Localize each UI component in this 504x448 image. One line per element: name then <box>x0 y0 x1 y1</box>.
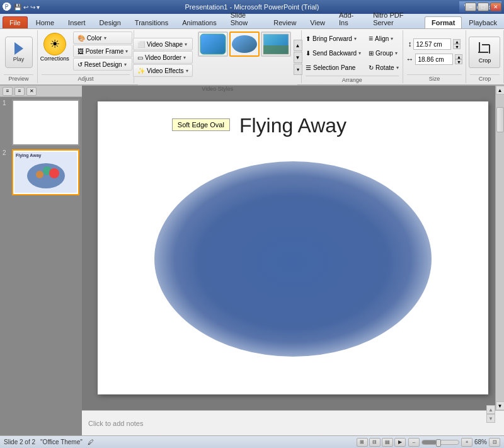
slide-thumb-2[interactable]: Flying Away <box>12 149 79 195</box>
arrange-group-label: Arrange <box>306 76 399 83</box>
maximize-button[interactable]: □ <box>478 3 489 11</box>
video-shape-button[interactable]: ⬜ Video Shape ▾ <box>133 38 193 50</box>
align-button[interactable]: ≡ Align ▾ <box>365 32 401 45</box>
height-input[interactable] <box>413 38 451 50</box>
window-controls[interactable]: – □ ✕ <box>465 3 501 11</box>
canvas-area: Flying Away <box>82 86 504 435</box>
tab-addins[interactable]: Add-Ins <box>332 9 366 28</box>
tab-design[interactable]: Design <box>93 16 128 28</box>
height-up[interactable]: ▲ <box>453 39 461 44</box>
send-backward-button[interactable]: ⬇ Send Backward ▾ <box>302 46 364 60</box>
ribbon-tab-bar: File Home Insert Design Transitions Anim… <box>0 14 504 29</box>
height-spinner[interactable]: ▲ ▼ <box>453 39 461 49</box>
bring-forward-button[interactable]: ⬆ Bring Forward ▾ <box>302 32 364 45</box>
slide-1-container: 1 <box>3 100 79 146</box>
zoom-in-button[interactable]: + <box>461 438 472 447</box>
video-effects-button[interactable]: ✨ Video Effects ▾ <box>133 64 193 77</box>
video-border-label: Video Border <box>145 54 181 61</box>
tab-playback[interactable]: Playback <box>462 16 504 28</box>
size-group-label: Size <box>407 74 462 82</box>
gallery-item-2[interactable] <box>229 32 260 57</box>
status-bar: Slide 2 of 2 "Office Theme" 🖊 ⊞ ⊟ ▤ ▶ – … <box>0 435 504 448</box>
tab-file[interactable]: File <box>3 16 28 28</box>
ribbon-group-videostyles: ⬜ Video Shape ▾ ▭ Video Border ▾ ✨ Video… <box>134 30 302 83</box>
tab-slideshow[interactable]: Slide Show <box>224 9 267 28</box>
view-buttons[interactable]: ⊞ ⊟ ▤ ▶ <box>357 438 406 447</box>
width-down[interactable]: ▼ <box>455 59 462 64</box>
color-button[interactable]: 🎨 Color ▾ <box>73 32 133 44</box>
slide-thumb-1[interactable] <box>12 100 79 146</box>
zoom-out-button[interactable]: – <box>408 438 420 447</box>
video-options: ⬜ Video Shape ▾ ▭ Video Border ▾ ✨ Video… <box>133 38 193 77</box>
play-button[interactable]: Play <box>5 37 33 68</box>
minimize-button[interactable]: – <box>465 3 476 11</box>
poster-frame-button[interactable]: 🖼 Poster Frame ▾ <box>73 45 133 57</box>
zoom-slider[interactable] <box>421 440 459 445</box>
title-bar-left: 🅟 💾 ↩ ↪ ▾ <box>3 2 40 12</box>
height-down[interactable]: ▼ <box>453 44 461 49</box>
reading-view-button[interactable]: ▤ <box>382 438 393 447</box>
gallery-scroll-up[interactable]: ▲ <box>294 40 302 51</box>
zoom-slider-thumb[interactable] <box>436 439 441 447</box>
zoom-control[interactable]: – + 68% ⊡ <box>408 438 500 447</box>
gallery-item-3[interactable] <box>261 32 291 57</box>
canvas-scrollbar[interactable]: ▲ ▼ <box>495 86 504 410</box>
align-icon: ≡ <box>369 34 373 43</box>
notes-scroll-up[interactable]: ▲ <box>486 405 495 414</box>
group-button[interactable]: ⊞ Group ▾ <box>365 46 401 60</box>
notes-scroll-down[interactable]: ▼ <box>486 414 495 423</box>
reset-icon: ↺ <box>77 61 83 68</box>
tab-view[interactable]: View <box>303 16 332 28</box>
crop-button[interactable]: Crop <box>469 37 500 68</box>
selection-pane-button[interactable]: ☰ Selection Pane <box>302 60 364 74</box>
video-border-arrow: ▾ <box>183 55 186 60</box>
zoom-level: 68% <box>474 439 487 445</box>
notes-area[interactable]: Click to add notes ▲ ▼ <box>82 410 504 435</box>
width-input[interactable] <box>415 54 453 65</box>
tab-format[interactable]: Format <box>425 16 462 28</box>
selection-pane-icon: ☰ <box>306 64 311 71</box>
fit-window-button[interactable]: ⊡ <box>489 438 500 447</box>
gallery-scroll-controls[interactable]: ▲ ▼ ▾ <box>294 40 302 75</box>
video-border-button[interactable]: ▭ Video Border ▾ <box>133 51 193 64</box>
corrections-button[interactable]: ☀ Corrections <box>39 32 71 63</box>
arrange-col-2: ≡ Align ▾ ⊞ Group ▾ ↻ Rotate ▾ <box>365 32 401 74</box>
slide-2-thumb-content: Flying Away <box>14 152 77 193</box>
gallery-scroll-down[interactable]: ▼ <box>294 52 302 63</box>
notes-scrollbar[interactable]: ▲ ▼ <box>486 405 495 423</box>
scroll-up-button[interactable]: ▲ <box>496 86 505 95</box>
corrections-icon: ☀ <box>43 33 66 55</box>
tab-review[interactable]: Review <box>266 16 303 28</box>
panel-ctrl-outline[interactable]: ≡ <box>14 87 25 96</box>
panel-ctrl-slides[interactable]: ≡ <box>3 87 13 96</box>
normal-view-button[interactable]: ⊞ <box>357 438 368 447</box>
video-border-icon: ▭ <box>137 54 143 61</box>
tab-animations[interactable]: Animations <box>175 16 223 28</box>
reset-design-button[interactable]: ↺ Reset Design ▾ <box>73 58 133 71</box>
panel-close[interactable]: ✕ <box>26 87 37 96</box>
width-spinner[interactable]: ▲ ▼ <box>455 54 462 64</box>
gallery-more[interactable]: ▾ <box>294 64 302 75</box>
scroll-down-button[interactable]: ▼ <box>496 401 505 410</box>
close-button[interactable]: ✕ <box>490 3 501 11</box>
zoom-slider-fill <box>422 440 437 444</box>
office-icon: 🅟 <box>3 2 11 12</box>
ribbon-group-adjust: ☀ Corrections 🎨 Color ▾ 🖼 Poster Frame ▾… <box>38 30 134 83</box>
tab-home[interactable]: Home <box>29 16 61 28</box>
tab-insert[interactable]: Insert <box>61 16 93 28</box>
slide-canvas[interactable]: Flying Away <box>82 86 504 410</box>
scroll-thumb[interactable] <box>496 107 504 132</box>
crop-label: Crop <box>479 57 491 64</box>
tab-transitions[interactable]: Transitions <box>128 16 175 28</box>
adjust-group-label: Adjust <box>42 74 130 82</box>
video-area[interactable] <box>148 152 438 366</box>
rotate-button[interactable]: ↻ Rotate ▾ <box>365 60 401 74</box>
slideshow-view-button[interactable]: ▶ <box>394 438 406 447</box>
tab-nitro[interactable]: Nitro PDF Server <box>366 9 425 28</box>
gallery-item-1[interactable] <box>198 32 228 57</box>
width-up[interactable]: ▲ <box>455 54 462 59</box>
video-effects-label: Video Effects <box>147 67 184 74</box>
slide-sorter-button[interactable]: ⊟ <box>369 438 381 447</box>
group-icon: ⊞ <box>369 50 374 57</box>
scroll-track <box>496 95 504 401</box>
